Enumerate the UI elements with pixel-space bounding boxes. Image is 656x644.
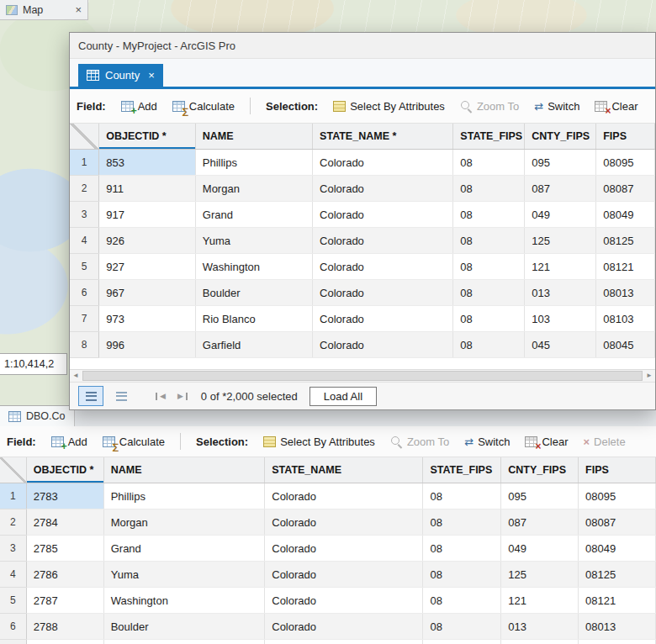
cell[interactable]: 2786 (26, 562, 103, 588)
cell[interactable]: Grand (195, 202, 312, 228)
table-row[interactable]: 6967BoulderColorado0801308013 (70, 280, 655, 306)
cell[interactable]: Colorado (313, 150, 453, 176)
switch-selection-button[interactable]: ⇄ Switch (534, 100, 579, 113)
clear-selection-button[interactable]: Clear (525, 435, 568, 448)
cell[interactable]: 125 (501, 562, 579, 588)
cell[interactable]: 08087 (596, 176, 655, 202)
cell[interactable]: 08 (453, 332, 525, 358)
column-header[interactable]: STATE_FIPS (423, 457, 501, 483)
row-number[interactable]: 3 (70, 202, 99, 228)
cell[interactable]: Garfield (195, 332, 312, 358)
row-number[interactable]: 4 (0, 562, 26, 588)
column-header[interactable]: FIPS (596, 124, 655, 150)
row-number[interactable]: 5 (0, 588, 26, 614)
cell[interactable]: Colorado (265, 483, 423, 509)
column-header[interactable]: CNTY_FIPS (501, 457, 579, 483)
cell[interactable]: 08049 (596, 202, 655, 228)
column-header[interactable]: OBJECTID * (26, 457, 103, 483)
cell[interactable]: 853 (99, 150, 196, 176)
cell[interactable]: Phillips (103, 483, 265, 509)
row-number[interactable]: 5 (70, 254, 99, 280)
cell[interactable]: 08 (423, 509, 501, 536)
cell[interactable]: 08103 (596, 306, 655, 332)
cell[interactable]: Colorado (313, 332, 453, 358)
table-row[interactable]: 42786YumaColorado0812508125 (0, 562, 656, 588)
cell[interactable]: 013 (525, 280, 596, 306)
cell[interactable]: 08121 (596, 254, 655, 280)
row-number[interactable]: 6 (0, 614, 26, 640)
column-header[interactable]: FIPS (579, 457, 656, 483)
cell[interactable]: Colorado (265, 588, 423, 614)
table-row[interactable]: 22784MorganColorado0808708087 (0, 509, 656, 536)
cell[interactable]: 095 (525, 150, 596, 176)
cell[interactable]: 927 (99, 254, 196, 280)
table-row[interactable]: 5927WashingtonColorado0812108121 (70, 254, 655, 280)
cell[interactable]: 996 (99, 332, 196, 358)
selection-view-button[interactable] (108, 386, 134, 406)
row-number[interactable]: 7 (70, 306, 99, 332)
cell[interactable]: 967 (99, 280, 196, 306)
cell[interactable]: Boulder (103, 614, 265, 640)
add-field-button[interactable]: Add (121, 100, 157, 113)
cell[interactable]: 911 (99, 176, 196, 202)
cell[interactable]: 2785 (26, 536, 103, 562)
row-number[interactable]: 2 (70, 176, 99, 202)
row-number[interactable]: 6 (70, 280, 99, 306)
cell[interactable]: 125 (525, 228, 596, 254)
cell[interactable]: Rio Blanco (195, 306, 312, 332)
table-row[interactable]: 3917GrandColorado0804908049 (70, 202, 655, 228)
select-by-attributes-button[interactable]: Select By Attributes (333, 100, 445, 113)
cell[interactable]: 08087 (579, 509, 656, 536)
first-record-icon[interactable]: ◀ (156, 393, 168, 400)
column-header[interactable]: OBJECTID * (99, 124, 196, 150)
table-row[interactable]: 2911MorganColorado0808708087 (70, 176, 655, 202)
calculate-button[interactable]: Calculate (103, 435, 165, 448)
cell[interactable]: 08 (423, 562, 501, 588)
clear-selection-button[interactable]: Clear (595, 100, 637, 113)
cell[interactable]: 926 (99, 228, 196, 254)
row-number[interactable]: 1 (70, 150, 99, 176)
scroll-right-icon[interactable]: ► (643, 372, 655, 379)
cell[interactable]: Phillips (195, 150, 312, 176)
table-row[interactable]: 32785GrandColorado0804908049 (0, 536, 656, 562)
cell[interactable]: Colorado (265, 536, 423, 562)
cell[interactable]: 121 (525, 254, 596, 280)
cell[interactable]: Colorado (265, 509, 423, 536)
cell[interactable]: 08125 (596, 228, 655, 254)
cell[interactable]: 095 (501, 483, 579, 509)
select-all-corner[interactable] (0, 457, 26, 483)
tab-dbo-county[interactable]: DBO.Co (0, 406, 75, 426)
column-header[interactable]: STATE_FIPS (453, 124, 525, 150)
horizontal-scrollbar[interactable]: ◄ ► (70, 369, 655, 382)
column-header[interactable]: CNTY_FIPS (525, 124, 596, 150)
cell[interactable]: 08 (423, 536, 501, 562)
cell[interactable]: Yuma (103, 562, 265, 588)
cell[interactable]: 045 (525, 332, 596, 358)
table-view-button[interactable] (78, 386, 103, 406)
cell[interactable]: 2787 (26, 588, 103, 614)
cell[interactable]: Morgan (103, 509, 265, 536)
cell[interactable]: 08 (453, 228, 525, 254)
column-header[interactable]: STATE_NAME * (313, 124, 453, 150)
cell[interactable]: 013 (501, 614, 579, 640)
cell[interactable]: 917 (99, 202, 196, 228)
close-icon[interactable]: × (75, 4, 82, 15)
column-header[interactable]: NAME (103, 457, 265, 483)
cell[interactable]: Morgan (195, 176, 312, 202)
table-row[interactable]: 1853PhillipsColorado0809508095 (70, 150, 655, 176)
cell[interactable]: 08049 (579, 536, 656, 562)
cell[interactable]: 973 (99, 306, 196, 332)
cell[interactable]: Colorado (313, 280, 453, 306)
row-number[interactable]: 4 (70, 228, 99, 254)
cell[interactable]: 08 (453, 202, 525, 228)
cell[interactable]: 08 (453, 176, 525, 202)
row-number[interactable]: 1 (0, 483, 26, 509)
cell[interactable]: 103 (525, 306, 596, 332)
map-scale-box[interactable]: 1:10,414,2 (0, 353, 67, 375)
table-row[interactable]: 52787WashingtonColorado0812108121 (0, 588, 656, 614)
cell[interactable]: 08 (453, 254, 525, 280)
cell[interactable]: 08 (453, 306, 525, 332)
cell[interactable]: 08 (453, 280, 525, 306)
cell[interactable]: Washington (195, 254, 312, 280)
cell[interactable]: 08045 (596, 332, 655, 358)
